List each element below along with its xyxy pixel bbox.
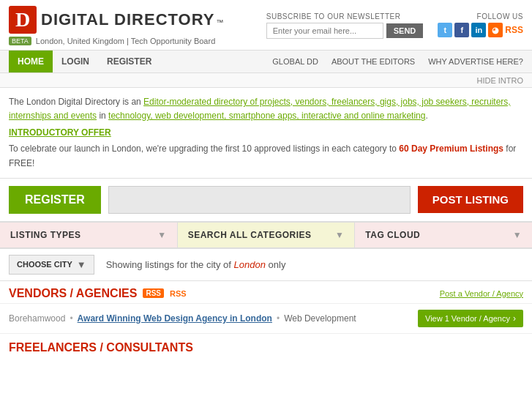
- search-categories-dropdown[interactable]: SEARCH ALL CATEGORIES ▼: [178, 223, 356, 247]
- logo-subtitle: London, United Kingdom | Tech Opportunit…: [36, 37, 215, 45]
- newsletter-label: SUBSCRIBE TO OUR NEWSLETTER: [266, 12, 424, 20]
- vendors-title-text: VENDORS / AGENCIES: [9, 287, 137, 300]
- nav: HOME LOGIN REGISTER GLOBAL DD ABOUT THE …: [0, 51, 532, 73]
- vendor-city: Borehamwood: [9, 313, 65, 324]
- nav-advertise[interactable]: WHY ADVERTISE HERE?: [428, 51, 523, 72]
- nav-editors[interactable]: ABOUT THE EDITORS: [331, 51, 415, 72]
- twitter-icon[interactable]: t: [438, 23, 452, 37]
- intro-body-static: The London Digital Directory is an: [9, 97, 143, 107]
- view-vendor-label: View 1 Vendor / Agency: [425, 314, 510, 323]
- logo-row: D DIGITAL DIRECTORY™: [9, 6, 223, 34]
- search-categories-label: SEARCH ALL CATEGORIES: [188, 230, 312, 240]
- dropdowns-row: LISTING TYPES ▼ SEARCH ALL CATEGORIES ▼ …: [0, 223, 532, 249]
- intro-period: .: [425, 111, 427, 121]
- nav-home[interactable]: HOME: [9, 51, 53, 72]
- newsletter-section: SUBSCRIBE TO OUR NEWSLETTER SEND: [266, 12, 424, 39]
- showing-after: only: [266, 259, 285, 270]
- follow-section: FOLLOW US t f in ◕ RSS: [438, 12, 523, 37]
- launch-text: To celebrate our launch in London, we're…: [9, 142, 523, 170]
- vendors-title: VENDORS / AGENCIES RSS RSS: [9, 287, 187, 300]
- listing-types-dropdown[interactable]: LISTING TYPES ▼: [0, 223, 178, 247]
- tag-cloud-arrow: ▼: [513, 230, 522, 240]
- city-dropdown-arrow: ▼: [77, 259, 86, 270]
- nav-right: GLOBAL DD ABOUT THE EDITORS WHY ADVERTIS…: [272, 51, 523, 72]
- nav-login[interactable]: LOGIN: [53, 51, 98, 72]
- social-icons: t f in ◕ RSS: [438, 23, 523, 37]
- freelancers-title-text: FREELANCERS / CONSULTANTS: [9, 341, 193, 354]
- intro-content: The London Digital Directory is an Edito…: [0, 88, 532, 179]
- vendors-section: VENDORS / AGENCIES RSS RSS Post a Vendor…: [0, 281, 532, 334]
- hide-intro-button[interactable]: HIDE INTRO: [476, 76, 523, 85]
- intro-bar: HIDE INTRO: [0, 73, 532, 88]
- showing-before: Showing listings for the city of: [106, 259, 234, 270]
- post-listing-button[interactable]: POST LISTING: [418, 186, 523, 213]
- follow-label: FOLLOW US: [438, 12, 523, 20]
- logo-icon: D: [9, 6, 37, 34]
- vendor-info: Borehamwood • Award Winning Web Design A…: [9, 313, 356, 324]
- logo-name: DIGITAL DIRECTORY™: [41, 10, 223, 29]
- header-right: SUBSCRIBE TO OUR NEWSLETTER SEND FOLLOW …: [266, 12, 523, 39]
- vendors-rss-badge[interactable]: RSS: [143, 288, 164, 298]
- vendor-bullet: •: [70, 313, 72, 324]
- premium-listings-text: 60 Day Premium Listings: [399, 143, 503, 154]
- search-categories-arrow: ▼: [335, 230, 344, 240]
- linkedin-icon[interactable]: in: [471, 23, 486, 37]
- introductory-offer-link[interactable]: INTRODUCTORY OFFER: [9, 127, 111, 138]
- header-top-row: SUBSCRIBE TO OUR NEWSLETTER SEND FOLLOW …: [266, 12, 523, 39]
- choose-city-label: CHOOSE CITY: [17, 260, 72, 269]
- city-row: CHOOSE CITY ▼ Showing listings for the c…: [0, 249, 532, 281]
- vendor-link[interactable]: Award Winning Web Design Agency in Londo…: [78, 313, 272, 324]
- showing-text: Showing listings for the city of London …: [106, 259, 286, 270]
- send-button[interactable]: SEND: [386, 23, 424, 38]
- tag-cloud-label: TAG CLOUD: [365, 230, 420, 240]
- vendors-rss-label[interactable]: RSS: [170, 289, 187, 298]
- vendor-bullet2: •: [277, 313, 280, 324]
- listing-types-label: LISTING TYPES: [10, 230, 81, 240]
- nav-left: HOME LOGIN REGISTER: [9, 51, 160, 72]
- freelancers-section: FREELANCERS / CONSULTANTS: [0, 335, 532, 357]
- choose-city-button[interactable]: CHOOSE CITY ▼: [9, 255, 94, 275]
- post-vendor-link[interactable]: Post a Vendor / Agency: [440, 289, 523, 298]
- view-vendor-arrow: ›: [513, 313, 516, 324]
- rss-text[interactable]: RSS: [505, 25, 523, 35]
- tech-categories-link[interactable]: technology, web development, smartphone …: [108, 111, 425, 121]
- logo-tm: ™: [216, 18, 223, 26]
- city-name: London: [234, 259, 266, 270]
- register-button[interactable]: REGISTER: [9, 186, 101, 214]
- newsletter-input[interactable]: [266, 23, 383, 39]
- rss-icon[interactable]: ◕: [488, 23, 503, 37]
- beta-badge: BETA: [9, 37, 31, 45]
- newsletter-input-row: SEND: [266, 23, 424, 39]
- nav-global-dd[interactable]: GLOBAL DD: [272, 51, 318, 72]
- intro-body-static2: in: [97, 111, 108, 121]
- vendor-item: Borehamwood • Award Winning Web Design A…: [0, 304, 532, 334]
- facebook-icon[interactable]: f: [454, 23, 469, 37]
- action-row: REGISTER POST LISTING: [0, 179, 532, 223]
- search-bar[interactable]: [108, 186, 411, 214]
- logo-area: D DIGITAL DIRECTORY™ BETA London, United…: [9, 6, 223, 45]
- logo-text: DIGITAL DIRECTORY: [41, 10, 214, 29]
- listing-types-arrow: ▼: [157, 230, 166, 240]
- vendor-category: Web Development: [284, 313, 356, 324]
- header: D DIGITAL DIRECTORY™ BETA London, United…: [0, 0, 532, 51]
- vendors-header: VENDORS / AGENCIES RSS RSS Post a Vendor…: [0, 281, 532, 304]
- freelancers-title: FREELANCERS / CONSULTANTS: [9, 341, 193, 354]
- launch-before: To celebrate our launch in London, we're…: [9, 143, 399, 154]
- nav-register[interactable]: REGISTER: [98, 51, 160, 72]
- tag-cloud-dropdown[interactable]: TAG CLOUD ▼: [355, 223, 532, 247]
- view-vendor-button[interactable]: View 1 Vendor / Agency ›: [418, 310, 523, 327]
- intro-text: The London Digital Directory is an Edito…: [9, 95, 523, 123]
